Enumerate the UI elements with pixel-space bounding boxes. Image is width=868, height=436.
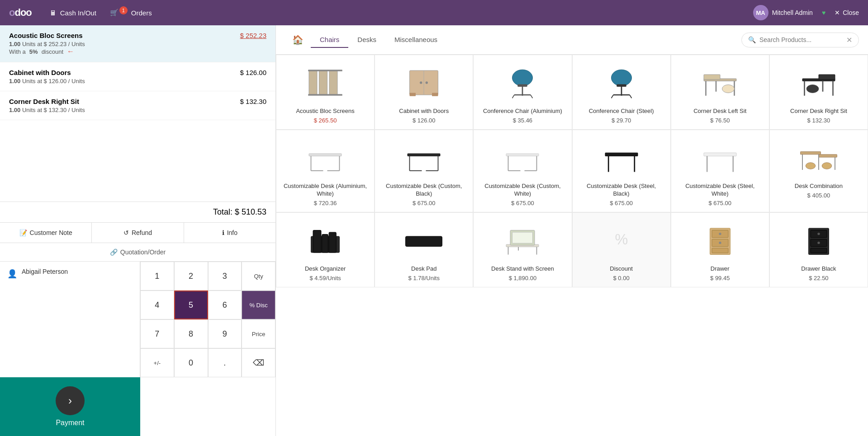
close-icon: ✕ [835,9,840,16]
customer-note-button[interactable]: 📝 Customer Note [0,223,92,243]
svg-rect-2 [329,70,337,95]
cash-in-out-button[interactable]: 🖩 Cash In/Out [50,9,96,17]
product-nav: 🏠 Chairs Desks Miscellaneous 🔍 ✕ [276,25,868,55]
product-image [697,220,743,261]
product-card[interactable]: Customizable Desk (Steel, Black) $ 675.0… [572,130,671,212]
svg-rect-67 [406,236,442,247]
svg-rect-35 [309,154,342,156]
product-card[interactable]: Desk Stand with Screen $ 1,890.00 [473,212,572,287]
product-price: $ 4.59/Units [309,275,341,281]
product-image [697,62,743,103]
key-7[interactable]: 7 [140,319,174,348]
key-5[interactable]: 5 [174,291,208,319]
svg-point-8 [426,81,428,84]
link-icon: 🔗 [110,248,118,256]
key-2[interactable]: 2 [174,262,208,291]
numpad: 1 2 3 Qty 4 5 6 % Disc 7 8 9 Price +/- 0… [140,262,275,377]
product-card[interactable]: Conference Chair (Steel) $ 29.70 [572,55,671,130]
svg-rect-0 [309,70,317,95]
product-image [500,62,545,103]
key-8[interactable]: 8 [174,319,208,348]
product-name: Desk Pad [411,265,436,273]
product-price: $ 99.45 [710,275,730,281]
svg-point-34 [806,85,819,93]
product-card[interactable]: Desk Pad $ 1.78/Units [375,212,473,287]
svg-point-79 [719,233,721,235]
product-image [303,137,348,178]
search-icon: 🔍 [748,36,756,43]
refund-button[interactable]: ↺ Refund [92,223,184,243]
item-price: $ 126.00 [240,69,266,76]
item-price: $ 252.23 [240,32,266,39]
key-9[interactable]: 9 [208,319,242,348]
product-image [303,62,348,103]
payment-button[interactable]: › Payment [0,377,140,436]
product-image [401,62,446,103]
product-card[interactable]: % Discount $ 0.00 [572,212,671,287]
key-plusminus[interactable]: +/- [140,348,174,377]
search-clear-icon[interactable]: ✕ [846,36,852,44]
home-button[interactable]: 🏠 [285,31,311,49]
product-name: Customizable Desk (Custom, White) [479,183,566,198]
key-disc[interactable]: % Disc [242,291,275,319]
key-4[interactable]: 4 [140,291,174,319]
order-item[interactable]: Acoustic Bloc Screens $ 252.23 1.00 Unit… [0,25,275,62]
product-card[interactable]: Customizable Desk (Custom, White) $ 675.… [473,130,572,212]
product-image: % [599,220,644,261]
product-price: $ 1.78/Units [408,275,440,281]
svg-line-21 [611,95,613,98]
topbar: odoo 🖩 Cash In/Out 🛒 1 Orders MA Mitchel… [0,0,868,25]
order-total: Total: $ 510.53 [0,202,275,222]
user-name: Mitchell Admin [772,9,813,16]
order-item[interactable]: Corner Desk Right Sit $ 132.30 1.00 Unit… [0,91,275,120]
svg-line-15 [512,95,515,98]
svg-rect-50 [605,153,638,156]
payment-label: Payment [56,419,84,427]
key-backspace[interactable]: ⌫ [242,348,275,377]
product-card[interactable]: Desk Combination $ 405.00 [769,130,868,212]
product-card[interactable]: Customizable Desk (Custom, Black) $ 675.… [375,130,473,212]
key-qty[interactable]: Qty [242,262,275,291]
tab-chairs[interactable]: Chairs [311,32,348,48]
close-button[interactable]: ✕ Close [835,9,859,16]
tab-desks[interactable]: Desks [348,32,385,48]
info-button[interactable]: ℹ Info [184,223,275,243]
product-price: $ 675.00 [708,200,731,206]
product-image [697,137,743,178]
product-card[interactable]: Conference Chair (Aluminium) $ 35.46 [473,55,572,130]
product-price: $ 22.50 [809,275,828,281]
product-image [500,137,545,178]
product-card[interactable]: Customizable Desk (Steel, White) $ 675.0… [671,130,769,212]
product-card[interactable]: Acoustic Bloc Screens $ 265.50 [276,55,375,130]
product-name: Corner Desk Left Sit [693,108,746,115]
key-6[interactable]: 6 [208,291,242,319]
product-grid: Acoustic Bloc Screens $ 265.50 Cabinet w… [276,55,868,436]
key-0[interactable]: 0 [174,348,208,377]
tab-miscellaneous[interactable]: Miscellaneous [385,32,446,48]
product-card[interactable]: Desk Organizer $ 4.59/Units [276,212,375,287]
product-card[interactable]: Drawer Black $ 22.50 [769,212,868,287]
key-1[interactable]: 1 [140,262,174,291]
product-image [796,137,841,178]
product-card[interactable]: Corner Desk Left Sit $ 76.50 [671,55,769,130]
product-price: $ 720.36 [314,200,337,206]
search-input[interactable] [759,36,843,43]
quotation-order-button[interactable]: 🔗 Quotation/Order [0,243,275,262]
product-card[interactable]: Corner Desk Right Sit $ 132.30 [769,55,868,130]
discount-arrow-icon: ← [67,47,74,56]
product-price: $ 1,890.00 [509,275,536,281]
user-menu[interactable]: MA Mitchell Admin [753,5,813,20]
product-card[interactable]: Cabinet with Doors $ 126.00 [375,55,473,130]
orders-button[interactable]: 🛒 1 Orders [110,9,152,17]
svg-rect-30 [819,75,835,80]
key-price[interactable]: Price [242,319,275,348]
product-card[interactable]: Customizable Desk (Aluminium, White) $ 7… [276,130,375,212]
order-item[interactable]: Cabinet with Doors $ 126.00 1.00 Units a… [0,62,275,91]
product-price: $ 675.00 [413,200,436,206]
product-name: Conference Chair (Aluminium) [483,108,562,115]
product-card[interactable]: Drawer $ 99.45 [671,212,769,287]
key-dot[interactable]: . [208,348,242,377]
product-image [401,137,446,178]
svg-rect-18 [617,84,626,87]
key-3[interactable]: 3 [208,262,242,291]
